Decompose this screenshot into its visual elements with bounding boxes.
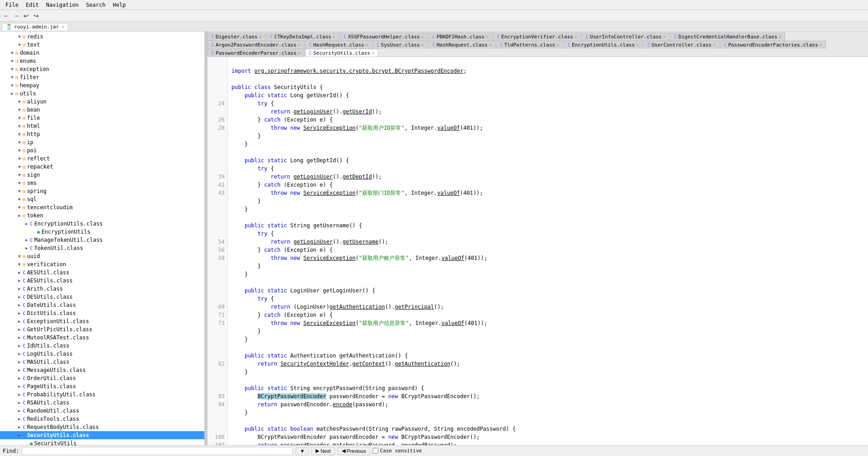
- expand-icon[interactable]: ▶: [16, 368, 23, 372]
- tree-item[interactable]: ▶CProbabilityUtil.class: [0, 390, 204, 399]
- editor-tab[interactable]: CUserController.class×: [643, 41, 720, 49]
- editor-tab[interactable]: CArgon2PasswordEncoder.class×: [208, 41, 305, 49]
- tree-item[interactable]: ▶CAESUtil.class: [0, 268, 204, 277]
- tree-item[interactable]: ▶CAESUtils.class: [0, 277, 204, 285]
- expand-icon[interactable]: ▶: [16, 360, 23, 364]
- editor-tab[interactable]: CSysUser.class×: [373, 41, 428, 49]
- tree-item[interactable]: ●EncryptionUtils: [0, 228, 204, 236]
- menu-search[interactable]: Search: [82, 1, 109, 9]
- tree-item[interactable]: ▶CMASUtil.class: [0, 358, 204, 366]
- expand-icon[interactable]: ▼: [16, 42, 23, 47]
- expand-icon[interactable]: ▶: [16, 400, 23, 405]
- expand-icon[interactable]: ▶: [16, 425, 23, 429]
- expand-icon[interactable]: ▼: [16, 254, 23, 259]
- expand-icon[interactable]: ▶: [9, 91, 15, 96]
- tree-item[interactable]: ▼⊞verification: [0, 260, 204, 268]
- expand-icon[interactable]: ▶: [16, 278, 23, 283]
- editor-tab[interactable]: CDigester.class×: [208, 33, 266, 41]
- expand-icon[interactable]: ▼: [16, 108, 23, 112]
- tree-item[interactable]: ▼⊞enums: [0, 57, 204, 65]
- editor-tab[interactable]: CEncryptionUtils.class×: [564, 41, 643, 49]
- tree-item[interactable]: ▶CMessageUtils.class: [0, 366, 204, 374]
- expand-icon[interactable]: ▶: [16, 311, 23, 315]
- tab-close[interactable]: ×: [372, 51, 374, 56]
- editor-tab[interactable]: CXSSFPasswordHelper.class×: [340, 33, 428, 41]
- expand-icon[interactable]: ▼: [9, 75, 15, 80]
- tree-item[interactable]: ▶CEncryptionUtils.class: [0, 220, 204, 228]
- expand-icon[interactable]: ▼: [16, 124, 23, 128]
- tree-item[interactable]: ▼⊞sql: [0, 195, 204, 203]
- expand-icon[interactable]: ▼: [16, 156, 23, 161]
- tab-close[interactable]: ×: [259, 34, 262, 39]
- tree-item[interactable]: ▼⊞file: [0, 114, 204, 122]
- next-button[interactable]: ▶ Next: [311, 447, 335, 455]
- tree-item[interactable]: ▶⊞utils: [0, 89, 204, 98]
- expand-icon[interactable]: ▼: [16, 173, 23, 177]
- menu-help[interactable]: Help: [109, 1, 129, 9]
- tree-item[interactable]: ▶CRequestBodyUtils.class: [0, 423, 204, 431]
- expand-icon[interactable]: ▼: [16, 189, 23, 193]
- expand-icon[interactable]: ▼: [9, 67, 15, 71]
- tree-item[interactable]: ▶CMutoolRSATest.class: [0, 334, 204, 342]
- editor-tab[interactable]: CHashRequest.class×: [305, 41, 373, 49]
- expand-icon[interactable]: ▶: [24, 238, 30, 242]
- expand-icon[interactable]: ▶: [16, 213, 23, 218]
- menu-edit[interactable]: Edit: [22, 1, 42, 9]
- tree-item[interactable]: ▶CArith.class: [0, 285, 204, 293]
- tree-item[interactable]: ▶CTokenUtil.class: [0, 244, 204, 252]
- tree-item[interactable]: ▼⊞filter: [0, 73, 204, 81]
- tree-item[interactable]: ▼⊞exception: [0, 65, 204, 73]
- tree-item[interactable]: ▼⊞redis: [0, 33, 204, 41]
- expand-icon[interactable]: ▶: [24, 246, 30, 250]
- expand-icon[interactable]: ▼: [16, 34, 23, 39]
- expand-icon[interactable]: ▶: [16, 409, 23, 413]
- expand-icon[interactable]: ▶: [16, 319, 23, 324]
- tab-close[interactable]: ×: [421, 42, 424, 47]
- expand-icon[interactable]: ▶: [16, 295, 23, 299]
- tree-item[interactable]: ▶CRSAUtil.class: [0, 399, 204, 407]
- code-editor[interactable]: 24 2628 394143 545658 697173 82 9394 106…: [208, 57, 868, 445]
- expand-icon[interactable]: ▼: [16, 132, 23, 136]
- editor-tab[interactable]: CSecurityUtils.class×: [305, 49, 378, 57]
- expand-icon[interactable]: ▶: [16, 376, 23, 381]
- editor-tab[interactable]: CUserInfoController.class×: [582, 33, 670, 41]
- expand-icon[interactable]: ▶: [16, 417, 23, 421]
- find-dropdown-btn[interactable]: ▼: [296, 447, 309, 455]
- tree-item[interactable]: ▼⊞sms: [0, 179, 204, 187]
- file-tab[interactable]: 🫙 ruoyi-admin.jar ×: [2, 23, 68, 30]
- tree-item[interactable]: ▼⊞uuid: [0, 252, 204, 260]
- tree-item[interactable]: ▼⊞repacket: [0, 163, 204, 171]
- tree-item[interactable]: ▼⊞sign: [0, 171, 204, 179]
- tree-item[interactable]: ▼⊞reflect: [0, 155, 204, 163]
- expand-icon[interactable]: ▼: [16, 140, 23, 145]
- tree-item[interactable]: ▶CRedisTools.class: [0, 415, 204, 423]
- tab-close[interactable]: ×: [557, 42, 559, 47]
- tab-close[interactable]: ×: [663, 34, 666, 39]
- forward-button[interactable]: →: [12, 11, 21, 20]
- expand-icon[interactable]: ▼: [9, 51, 15, 55]
- expand-icon[interactable]: ▼: [16, 197, 23, 202]
- tree-item[interactable]: ▼⊞ip: [0, 138, 204, 146]
- editor-tab[interactable]: CEncryptionVerifier.class×: [493, 33, 581, 41]
- expand-icon[interactable]: ▼: [16, 165, 23, 169]
- tab-close[interactable]: ×: [778, 34, 781, 39]
- editor-tab[interactable]: CTldPatterns.class×: [496, 41, 563, 49]
- expand-icon[interactable]: ▶: [16, 384, 23, 389]
- expand-icon[interactable]: ▶: [16, 433, 23, 437]
- expand-icon[interactable]: ▶: [16, 392, 23, 397]
- tree-item[interactable]: ▼⊞aliyun: [0, 98, 204, 106]
- tree-item[interactable]: ●SecurityUtils: [0, 439, 204, 445]
- expand-icon[interactable]: ▶: [16, 327, 23, 332]
- tree-item[interactable]: ▶CExceptionUtil.class: [0, 317, 204, 325]
- back-button[interactable]: ←: [2, 11, 11, 20]
- tree-item[interactable]: ▶CGetUrlPicUtils.class: [0, 325, 204, 334]
- expand-icon[interactable]: ▼: [16, 99, 23, 104]
- tab-close[interactable]: ×: [489, 42, 491, 47]
- menu-file[interactable]: File: [2, 1, 22, 9]
- tab-close[interactable]: ×: [366, 42, 368, 47]
- editor-tab[interactable]: CCTKeyDataImpl.class×: [266, 33, 340, 41]
- expand-icon[interactable]: ▶: [16, 287, 23, 291]
- file-tab-close[interactable]: ×: [61, 24, 64, 29]
- tree-item[interactable]: ▶CDateUtils.class: [0, 301, 204, 309]
- tree-item[interactable]: ▶CDictUtils.class: [0, 309, 204, 317]
